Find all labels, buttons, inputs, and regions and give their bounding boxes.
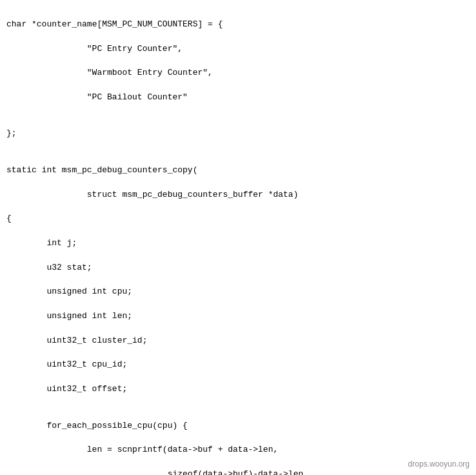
code-line-8: static int msm_pc_debug_counters_copy( [6, 165, 470, 177]
code-line-14: unsigned int len; [6, 310, 470, 323]
code-line-3: "Warmboot Entry Counter", [6, 67, 470, 79]
counter-name-var: counter_name [37, 19, 97, 29]
code-line-17: uint32_t offset; [6, 383, 470, 396]
code-container: char *counter_name[MSM_PC_NUM_COUNTERS] … [6, 6, 470, 475]
code-line-6: }; [6, 128, 470, 140]
code-line-9: struct msm_pc_debug_counters_buffer *dat… [6, 189, 470, 201]
code-line-20: len = scnprintf(data->buf + data->len, [6, 444, 470, 456]
code-line-10: { [6, 213, 470, 225]
code-line-21: sizeof(data->buf)-data->len, [6, 469, 470, 475]
code-line-13: unsigned int cpu; [6, 286, 470, 298]
watermark: drops.wooyun.org [408, 459, 470, 470]
code-line-16: uint32_t cpu_id; [6, 359, 470, 371]
code-line-1: char *counter_name[MSM_PC_NUM_COUNTERS] … [6, 19, 470, 31]
code-line-11: int j; [6, 237, 470, 250]
code-line-4: "PC Bailout Counter" [6, 92, 470, 104]
code-line-2: "PC Entry Counter", [6, 43, 470, 56]
code-line-15: uint32_t cluster_id; [6, 335, 470, 347]
code-line-12: u32 stat; [6, 262, 470, 274]
code-line-19: for_each_possible_cpu(cpu) { [6, 420, 470, 432]
